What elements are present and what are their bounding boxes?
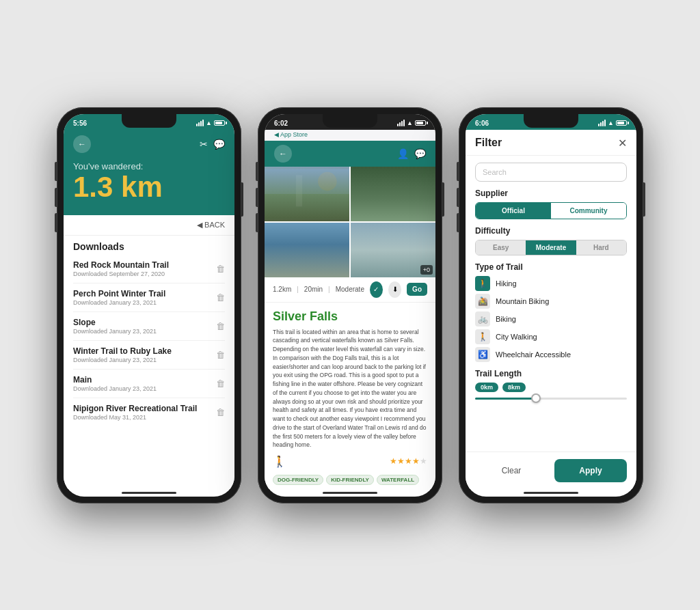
chat-icon-2[interactable]: 💬 [414, 148, 426, 159]
trail-name-0: Red Rock Mountain Trail [73, 260, 169, 270]
delete-icon-0[interactable]: 🗑 [216, 264, 225, 274]
photo-4: +0 [351, 223, 435, 277]
filter-footer: Clear Apply [466, 452, 636, 489]
trail-length-slider[interactable] [475, 398, 627, 400]
trail-distance: 1.2km [273, 286, 291, 293]
trail-stars: ★★★★★ [390, 456, 427, 466]
phone-3-button-vol-down [457, 213, 459, 232]
clear-button[interactable]: Clear [475, 459, 548, 482]
supplier-label: Supplier [475, 189, 627, 198]
trail-date-3: Downloaded January 23, 2021 [73, 357, 172, 363]
phone2-header: ← 👤 💬 [265, 141, 435, 167]
supplier-toggle: Official Community [475, 202, 627, 219]
trail-date-5: Downloaded May 31, 2021 [73, 414, 197, 421]
difficulty-moderate-btn[interactable]: Moderate [526, 240, 576, 255]
status-time-2: 6:02 [274, 120, 288, 127]
close-button[interactable]: ✕ [618, 137, 627, 150]
back-nav-label: ◀ BACK [197, 221, 225, 230]
back-button-2[interactable]: ← [274, 145, 292, 163]
status-time-1: 5:56 [73, 120, 87, 127]
home-indicator-3 [524, 492, 578, 494]
filter-search[interactable]: Search [475, 163, 627, 182]
wifi-icon-3: ▲ [608, 120, 614, 126]
wheelchair-label: Wheelchair Accessible [496, 350, 571, 359]
trail-type-mountain-biking[interactable]: 🚵 Mountain Biking [475, 294, 627, 309]
back-nav[interactable]: ◀ BACK [64, 215, 234, 236]
phone-1-button-vol-down [55, 213, 57, 232]
filter-title: Filter [475, 137, 502, 149]
trail-type-wheelchair[interactable]: ♿ Wheelchair Accessible [475, 347, 627, 362]
phone-2-button-mute [256, 162, 258, 181]
phone-1-button-power [241, 182, 243, 217]
profile-icon-2[interactable]: 👤 [397, 148, 409, 159]
download-item[interactable]: Red Rock Mountain Trail Downloaded Septe… [73, 255, 225, 283]
delete-icon-5[interactable]: 🗑 [216, 407, 225, 417]
length-max-badge: 8km [502, 383, 526, 392]
wandered-label: You've wandered: [73, 161, 225, 171]
trail-date-0: Downloaded September 27, 2020 [73, 271, 169, 277]
download-item[interactable]: Main Downloaded January 23, 2021 🗑 [73, 370, 225, 398]
phone-1: 5:56 ▲ ← [57, 107, 241, 503]
delete-icon-4[interactable]: 🗑 [216, 378, 225, 389]
apply-button[interactable]: Apply [554, 459, 627, 482]
phone-1-button-vol-up [55, 188, 57, 207]
delete-icon-1[interactable]: 🗑 [216, 292, 225, 303]
trail-type-hiking[interactable]: 🚶 Hiking [475, 276, 627, 291]
download-item[interactable]: Nipigon River Recreational Trail Downloa… [73, 398, 225, 426]
trail-type-city-walking[interactable]: 🚶 City Walking [475, 329, 627, 344]
delete-icon-2[interactable]: 🗑 [216, 321, 225, 331]
download-button[interactable]: ⬇ [388, 281, 401, 298]
trail-type-section: Type of Trail 🚶 Hiking 🚵 Mountain Biking… [475, 262, 627, 362]
photo-overlay: +0 [420, 265, 433, 275]
search-placeholder: Search [483, 168, 507, 176]
phone-2: 6:02 ▲ ◀ App Store [258, 107, 442, 503]
svg-rect-1 [265, 194, 349, 219]
download-item[interactable]: Slope Downloaded January 23, 2021 🗑 [73, 312, 225, 341]
phone-3-button-power [643, 182, 645, 217]
check-button[interactable]: ✓ [370, 281, 383, 298]
go-button[interactable]: Go [407, 283, 427, 296]
share-icon-1[interactable]: ✂ [200, 139, 208, 150]
trail-info-bar: 1.2km | 20min | Moderate ✓ ⬇ Go [265, 277, 435, 303]
biking-type-icon: 🚲 [475, 311, 490, 327]
tag-kid-friendly: KID-FRIENDLY [326, 475, 374, 485]
slider-fill [475, 398, 536, 400]
slider-thumb[interactable] [531, 393, 541, 403]
difficulty-toggle: Easy Moderate Hard [475, 240, 627, 255]
svg-rect-11 [382, 231, 392, 262]
supplier-official-btn[interactable]: Official [476, 203, 551, 219]
tag-dog-friendly: DOG-FRIENDLY [273, 475, 323, 485]
delete-icon-3[interactable]: 🗑 [216, 350, 225, 360]
trail-type-biking[interactable]: 🚲 Biking [475, 311, 627, 327]
download-list: Red Rock Mountain Trail Downloaded Septe… [64, 255, 234, 426]
trail-time: 20min [304, 286, 323, 293]
city-walking-type-icon: 🚶 [475, 329, 490, 344]
message-icon-1[interactable]: 💬 [213, 139, 225, 150]
photos-grid: +0 [265, 167, 435, 277]
difficulty-easy-btn[interactable]: Easy [476, 240, 526, 255]
trail-footer: 🚶 ★★★★★ [265, 451, 435, 472]
length-min-badge: 0km [475, 383, 498, 392]
wifi-icon-2: ▲ [407, 120, 413, 126]
trail-date-1: Downloaded January 23, 2021 [73, 299, 165, 306]
home-indicator-1 [122, 492, 176, 494]
trail-title: Silver Falls [273, 309, 427, 324]
appstore-bar[interactable]: ◀ App Store [265, 130, 435, 141]
back-button-1[interactable]: ← [73, 135, 91, 153]
download-item[interactable]: Winter Trail to Ruby Lake Downloaded Jan… [73, 341, 225, 370]
photo-2 [351, 167, 435, 221]
phone1-header: ← ✂ 💬 You've wandered: 1.3 km [64, 130, 234, 215]
biking-label: Biking [496, 315, 516, 323]
difficulty-hard-btn[interactable]: Hard [576, 240, 626, 255]
download-item[interactable]: Perch Point Winter Trail Downloaded Janu… [73, 283, 225, 312]
phone-3-notch [524, 114, 578, 128]
hiking-type-icon: 🚶 [475, 276, 490, 291]
appstore-label: ◀ App Store [274, 131, 308, 138]
trail-type-list: 🚶 Hiking 🚵 Mountain Biking 🚲 Biking [475, 276, 627, 362]
svg-rect-0 [265, 169, 349, 219]
trail-content: Silver Falls This trail is located withi… [265, 303, 435, 451]
trail-tags: DOG-FRIENDLY KID-FRIENDLY WATERFALL [265, 472, 435, 489]
filter-body: Search Supplier Official Community Diffi… [466, 156, 636, 452]
supplier-community-btn[interactable]: Community [551, 203, 626, 219]
difficulty-label: Difficulty [475, 226, 627, 236]
